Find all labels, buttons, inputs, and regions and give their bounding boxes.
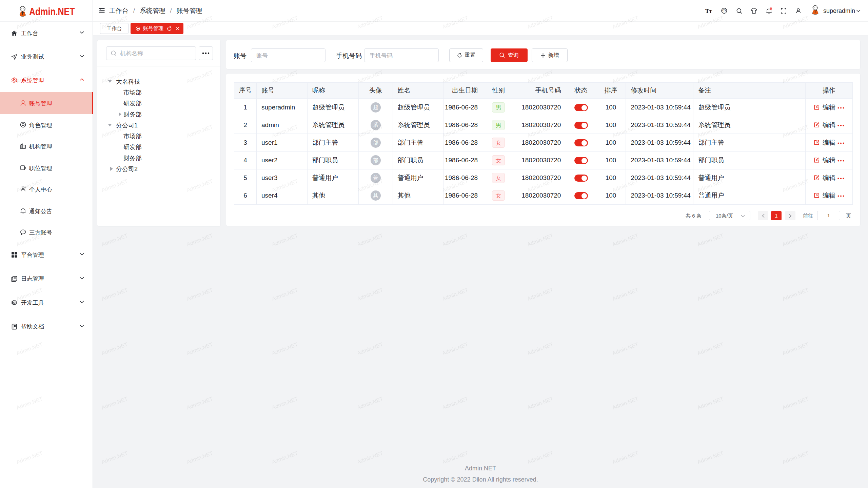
svg-text:T: T [709,9,712,14]
svg-text:中: 中 [722,8,726,13]
svg-text:T: T [705,8,709,14]
